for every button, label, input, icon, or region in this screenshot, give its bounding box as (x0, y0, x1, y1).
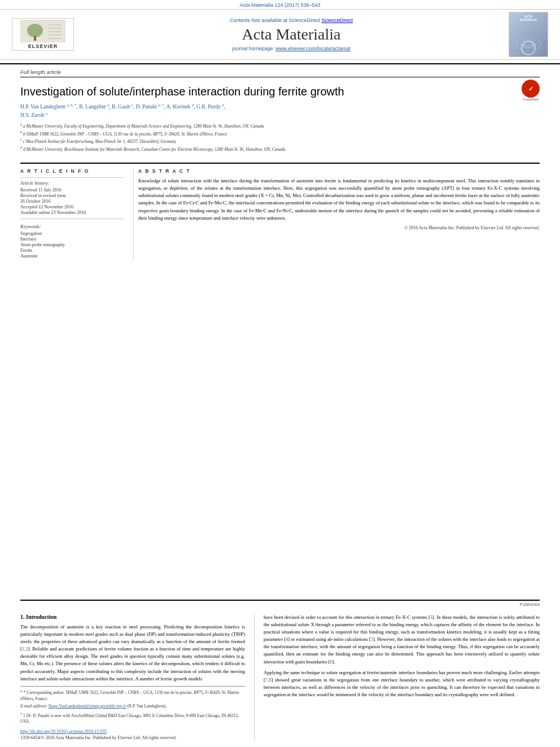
crossmark-area[interactable]: ✓ CrossMark (522, 80, 540, 101)
acta-cover-image: ACTAMATERIALIA (509, 12, 548, 57)
info-abstract-row: A R T I C L E I N F O Article history: R… (20, 163, 540, 259)
affiliation-c: c c Max-Planck Institut für Eisenforschu… (20, 137, 517, 145)
article-type-label: Full length article (20, 69, 540, 77)
abstract-text: Knowledge of solute interaction with the… (138, 177, 540, 222)
homepage-link: journal homepage: www.elsevier.com/locat… (77, 46, 506, 51)
published-badge: Published (0, 602, 540, 607)
section-divider (20, 600, 540, 601)
footnotes-section: * * Corresponding author. SIMaP, UMR 562… (20, 686, 245, 724)
email-link[interactable]: Hugo.VanLandeghem@simap.grenoble-inp.fr (49, 704, 126, 709)
page: Acta Materialia 124 (2017) 536–543 (0, 0, 560, 747)
journal-title: Acta Materialia (77, 25, 506, 43)
elsevier-box: ELSEVIER (12, 18, 74, 51)
elsevier-label: ELSEVIER (28, 43, 58, 49)
history-item-0: Received 11 July 2016 (20, 187, 124, 193)
keywords-label: Keywords: (20, 224, 124, 229)
abstract-copyright: © 2016 Acta Materialia Inc. Published by… (138, 225, 540, 230)
abstract-col: A B S T R A C T Knowledge of solute inte… (133, 168, 540, 259)
affiliation-a: a a McMaster University, Faculty of Engi… (20, 122, 517, 129)
homepage-label: journal homepage: (232, 46, 274, 51)
footnote-1: 1 1 Dr. D. Panahi is now with ArcelorMit… (20, 711, 245, 725)
main-right-col: have been devised in order to account fo… (254, 614, 540, 740)
crossmark-icon: ✓ (522, 80, 540, 98)
section1-heading: 1. Introduction (20, 614, 245, 620)
science-direct-anchor[interactable]: ScienceDirect (322, 18, 353, 23)
ref-3[interactable]: 3 (430, 614, 432, 620)
journal-header: Acta Materialia 124 (2017) 536–543 (0, 0, 560, 64)
abstract-label: A B S T R A C T (138, 168, 540, 174)
keyword-1: Interface (20, 237, 124, 242)
history-label: Article history: (20, 180, 124, 186)
ref-6[interactable]: 6 (330, 659, 333, 665)
journal-title-area: Contents lists available at ScienceDirec… (77, 18, 506, 51)
affiliation-b: b b SIMaP, UMR 5622, Grenoble INP – CNRS… (20, 130, 517, 137)
history-item-1: Received in revised form (20, 193, 124, 198)
issn-line: 1359-6454/© 2016 Acta Materialia Inc. Pu… (20, 735, 245, 740)
article-section: Full length article Investigation of sol… (0, 64, 560, 593)
crossmark-label: CrossMark (522, 98, 540, 101)
keyword-0: Segregation (20, 231, 124, 236)
ref-5[interactable]: 5 (371, 636, 373, 642)
affiliations: a a McMaster University, Faculty of Engi… (20, 122, 517, 152)
citation-text: Acta Materialia 124 (2017) 536–543 (239, 2, 320, 8)
journal-citation: Acta Materialia 124 (2017) 536–543 (0, 0, 560, 9)
history-item-4: Available online 23 November 2016 (20, 210, 124, 215)
keyword-4: Austenite (20, 254, 124, 259)
svg-point-1 (27, 24, 43, 37)
main-left-col: 1. Introduction The decomposition of aus… (20, 614, 254, 740)
elsevier-logo-area: ELSEVIER (9, 18, 77, 51)
authors-line: H.P. Van Landeghem a, b, *, B. Langelier… (20, 102, 517, 120)
keyword-2: Atom probe tomography (20, 242, 124, 247)
footnote-email: E-mail address: Hugo.VanLandeghem@simap.… (20, 704, 245, 710)
main-content: 1. Introduction The decomposition of aus… (0, 607, 560, 747)
footnote-0: * * Corresponding author. SIMaP, UMR 562… (20, 690, 245, 702)
article-info-label: A R T I C L E I N F O (20, 168, 124, 174)
ref-7-8[interactable]: 7,8 (265, 677, 272, 683)
science-direct-link: Contents lists available at ScienceDirec… (77, 18, 506, 23)
affiliation-d: d d McMaster University, Brockhouse Inst… (20, 145, 517, 152)
acta-cover-area: ACTAMATERIALIA (506, 12, 551, 57)
keyword-3: Ferrite (20, 248, 124, 253)
doi-link[interactable]: http://dx.doi.org/10.1016/j.actamat.2016… (20, 729, 245, 734)
article-title: Investigation of solute/interphase inter… (20, 84, 517, 99)
ref-4[interactable]: 4 (286, 636, 288, 642)
journal-banner: ELSEVIER Contents lists available at Sci… (0, 9, 560, 60)
homepage-url[interactable]: www.elsevier.com/locate/actamat (275, 46, 351, 51)
svg-rect-2 (34, 36, 36, 41)
doi-issn-area: http://dx.doi.org/10.1016/j.actamat.2016… (20, 729, 245, 740)
history-item-3: Accepted 12 November 2016 (20, 204, 124, 209)
elsevier-icon (20, 20, 65, 42)
article-info-col: A R T I C L E I N F O Article history: R… (20, 168, 133, 259)
section1-para1: The decomposition of austenite is a key … (20, 623, 245, 683)
section1-para2: have been devised in order to account fo… (264, 614, 540, 666)
section1-para3: Applying the same technique to solute se… (264, 669, 540, 699)
science-direct-text: Contents lists available at ScienceDirec… (230, 18, 320, 23)
ref-1-2[interactable]: 1,2 (22, 646, 28, 652)
history-item-2: 26 October 2016 (20, 199, 124, 204)
